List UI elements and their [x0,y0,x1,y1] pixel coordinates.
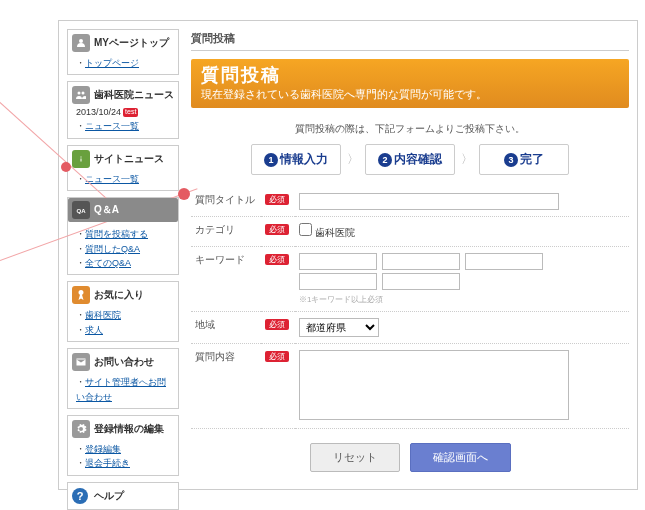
required-badge: 必須 [265,351,289,362]
sidebar-link[interactable]: 退会手続き [85,458,130,468]
news-date: 2013/10/24 [76,107,121,117]
sidebar-link[interactable]: 質問したQ&A [85,244,140,254]
sidebar-contact: お問い合わせ サイト管理者へお問い合わせ [67,348,179,409]
intro-text: 質問投稿の際は、下記フォームよりご投稿下さい。 [191,122,629,136]
sidebar-link[interactable]: 質問を投稿する [85,229,148,239]
sidebar-link[interactable]: 歯科医院 [85,310,121,320]
sidebar-title: お気に入り [94,288,144,302]
step-1: 1情報入力 [251,144,341,175]
body-textarea[interactable] [299,350,569,420]
sidebar-link[interactable]: 登録編集 [85,444,121,454]
group-icon [72,86,90,104]
sidebar-sitenews: サイトニュース ニュース一覧 [67,145,179,191]
sidebar-title: お問い合わせ [94,355,154,369]
sidebar-title: 歯科医院ニュース [94,88,174,102]
form-table: 質問タイトル 必須 カテゴリ 必須 歯科医院 キーワード 必須 ※1キーワード以 [191,187,629,429]
main-content: 質問投稿 質問投稿 現在登録されている歯科医院へ専門的な質問が可能です。 質問投… [179,29,629,481]
field-label: カテゴリ [191,217,261,247]
step-sep: 〉 [347,151,359,168]
gear-icon [72,420,90,438]
step-3: 3完了 [479,144,569,175]
keyword-input-3[interactable] [465,253,543,270]
sidebar-favorites: お気に入り 歯科医院 求人 [67,281,179,342]
qa-icon: QA [72,201,90,219]
keyword-input-1[interactable] [299,253,377,270]
sidebar-link[interactable]: トップページ [85,58,139,68]
step-2: 2内容確認 [365,144,455,175]
sidebar-title: 登録情報の編集 [94,422,164,436]
sidebar-title: MYページトップ [94,36,169,50]
required-badge: 必須 [265,254,289,265]
field-label: 地域 [191,312,261,344]
sidebar-link[interactable]: 求人 [85,325,103,335]
page-frame: MYページトップ トップページ 歯科医院ニュース 2013/10/24test … [58,20,638,490]
sidebar-title: ヘルプ [94,489,124,503]
required-badge: 必須 [265,224,289,235]
category-checkbox[interactable]: 歯科医院 [299,227,355,238]
keyword-input-4[interactable] [299,273,377,290]
sidebar-help[interactable]: ? ヘルプ [67,482,179,510]
required-badge: 必須 [265,194,289,205]
reset-button[interactable]: リセット [310,443,400,472]
page-title: 質問投稿 [191,29,629,51]
keyword-input-5[interactable] [382,273,460,290]
sidebar: MYページトップ トップページ 歯科医院ニュース 2013/10/24test … [67,29,179,481]
sidebar-link[interactable]: ニュース一覧 [85,174,139,184]
mail-icon [72,353,90,371]
field-label: 質問内容 [191,344,261,429]
required-badge: 必須 [265,319,289,330]
step-indicator: 1情報入力 〉 2内容確認 〉 3完了 [191,144,629,175]
sidebar-qa: QA Q＆A 質問を投稿する 質問したQ&A 全てのQ&A [67,197,179,275]
new-badge: test [123,108,138,116]
info-icon [72,150,90,168]
field-label: 質問タイトル [191,187,261,217]
button-row: リセット 確認画面へ [191,443,629,472]
sidebar-link[interactable]: ニュース一覧 [85,121,139,131]
sidebar-link[interactable]: サイト管理者へお問い合わせ [76,377,166,401]
annotation-dot [61,162,71,172]
help-icon: ? [72,488,88,504]
sidebar-link[interactable]: 全てのQ&A [85,258,131,268]
banner-title: 質問投稿 [201,63,619,87]
sidebar-edit: 登録情報の編集 登録編集 退会手続き [67,415,179,476]
svg-text:QA: QA [77,208,87,214]
user-icon [72,34,90,52]
title-input[interactable] [299,193,559,210]
keyword-note: ※1キーワード以上必須 [299,294,625,305]
sidebar-title: サイトニュース [94,152,164,166]
keyword-input-2[interactable] [382,253,460,270]
ribbon-icon [72,286,90,304]
sidebar-mypage: MYページトップ トップページ [67,29,179,75]
sidebar-title: Q＆A [94,203,119,217]
sidebar-news: 歯科医院ニュース 2013/10/24test ニュース一覧 [67,81,179,138]
step-sep: 〉 [461,151,473,168]
banner: 質問投稿 現在登録されている歯科医院へ専門的な質問が可能です。 [191,59,629,108]
annotation-dot [178,188,190,200]
banner-subtitle: 現在登録されている歯科医院へ専門的な質問が可能です。 [201,87,619,102]
region-select[interactable]: 都道府県 [299,318,379,337]
field-label: キーワード [191,247,261,312]
submit-button[interactable]: 確認画面へ [410,443,511,472]
